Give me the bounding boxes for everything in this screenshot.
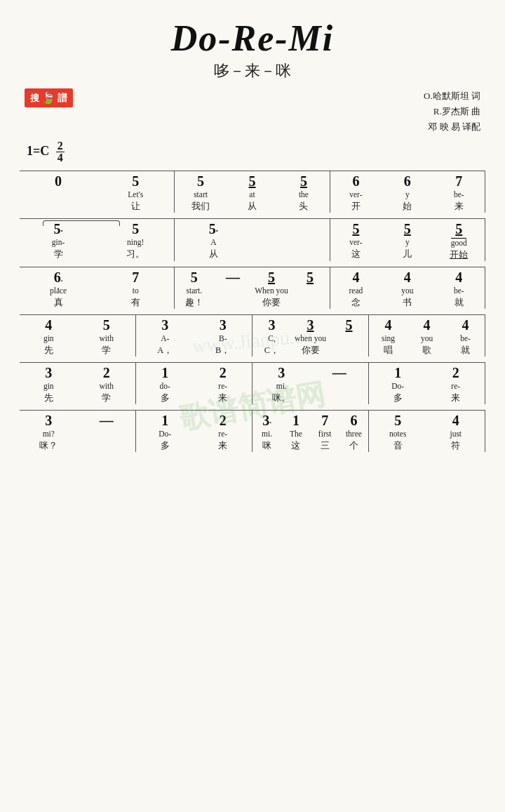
row-5: 3 gin 先 2 with 学 1 do- 多 [20,362,485,404]
measure-6-3: 3· mi. 咪 1 The 这 7 first 三 [252,411,369,452]
author-line1: O.哈默斯坦 词 [424,88,480,104]
page: Do-Re-Mi 哆－来－咪 搜 🍃 譜 O.哈默斯坦 词 R.罗杰斯 曲 邓 … [0,0,505,812]
header-row: 搜 🍃 譜 O.哈默斯坦 词 R.罗杰斯 曲 邓 映 易 译配 [25,88,480,135]
row-5-notes: 3 gin 先 2 with 学 1 do- 多 [20,362,485,404]
key-signature: 1=C 2 4 [27,140,491,164]
measure-5-2: 1 do- 多 2 re- 来 [136,363,252,404]
note-5i: 5 start. 趣！ [175,267,213,309]
measure-1-2: 5 start 我们 5 at 从 5 the 头 [175,171,330,213]
score-wrapper: 0 5 Let's 让 5 start 我们 [14,167,491,461]
note-3d: 3 gin 先 [20,363,78,404]
measure-2-3: 5 ver- 这 5 y 儿 5 good 开始 [330,219,485,261]
note-2b: 2 re- 来 [194,363,252,404]
measure-3-3: 4 read 念 4 you 书 4 be- 就 [330,267,485,309]
note-5g: 5 y 儿 [382,219,433,261]
note-7b: 7 to 有 [97,267,174,309]
note-0: 0 [20,171,97,213]
note-4g: 4 be- 就 [446,315,485,357]
author-info: O.哈默斯坦 词 R.罗杰斯 曲 邓 映 易 译配 [424,88,480,135]
note-3a: 3 A- A， [136,315,194,357]
note-5-when: 5 When you 你要 [252,267,290,309]
row-6-notes: 3 mi? 咪？ — 1 Do- 多 [20,410,485,452]
note-5a: 5 Let's 让 [97,171,174,213]
row-4: 4 gin 先 5 with 学 3 A- A， [20,314,485,357]
row-1: 0 5 Let's 让 5 start 我们 [20,171,485,213]
note-3c: 3 C, C， [252,315,291,357]
note-4a: 4 read 念 [330,267,382,309]
note-5j: 5 with 学 [78,315,136,357]
note-2d: 2 re- 来 [194,411,252,452]
measure-2-2: 5· A 从 [175,219,330,261]
note-4d: 4 gin 先 [20,315,78,357]
note-6dot-low: 6·. place 真 [20,267,97,309]
row-2-notes: 5· gin- 学 5 ning! 习。 5· A 从 [20,218,485,261]
row-6: 3 mi? 咪？ — 1 Do- 多 [20,410,485,452]
note-empty [252,219,330,261]
author-line2: R.罗杰斯 曲 [424,104,480,119]
title-section: Do-Re-Mi 哆－来－咪 [14,7,491,81]
note-6b: 6 y 始 [382,171,433,213]
time-top: 2 [56,140,65,152]
note-5dot2: 5· A 从 [175,219,252,261]
note-1c: 1 Do- 多 [136,411,194,452]
title-main: Do-Re-Mi [14,18,491,59]
measure-6-4: 5 notes 音 4 just 符 [369,411,485,452]
note-5k: 5 notes 音 [369,411,427,452]
measure-4-4: 4 sing 唱 4 you 歌 4 be- 就 [369,315,485,357]
note-3dot: 3· mi. 咪 [252,411,281,452]
row-2: 5· gin- 学 5 ning! 习。 5· A 从 [20,218,485,261]
note-2c: 2 re- 来 [427,363,485,404]
note-5h: 5 good 开始 [433,219,485,261]
note-4c: 4 be- 就 [433,267,485,309]
note-6c: 6 three 个 [339,411,368,452]
measure-6-2: 1 Do- 多 2 re- 来 [136,411,252,452]
measure-1-1: 0 5 Let's 让 [20,171,175,213]
note-3e: 3 mi. 咪。 [252,363,311,404]
logo-label: 譜 [58,92,67,105]
logo-leaf-icon: 🍃 [41,91,55,105]
measure-3-2: 5 start. 趣！ — 5 When you 你要 [175,267,330,309]
note-7c: 7 first 三 [311,411,339,452]
note-7a: 7 be- 来 [433,171,485,213]
measure-5-3: 3 mi. 咪。 — [252,363,369,404]
time-signature: 2 4 [56,140,65,164]
measure-4-3: 3 C, C， 3 when you 你要 5 [252,315,369,357]
note-5-when3: 5 [330,315,368,357]
row-3: 6·. place 真 7 to 有 5 start. 趣！ [20,267,485,309]
measure-4-2: 3 A- A， 3 B- B， [136,315,252,357]
search-icon: 搜 [30,92,39,105]
key-label: 1=C [27,144,49,158]
row-1-notes: 0 5 Let's 让 5 start 我们 [20,171,485,213]
note-4b: 4 you 书 [382,267,433,309]
note-4f: 4 you 歌 [408,315,446,357]
note-dash3: — [78,411,136,452]
note-1b: 1 Do- 多 [369,363,427,404]
measure-2-1: 5· gin- 学 5 ning! 习。 [20,219,175,261]
note-3-when: 3 when you 你要 [291,315,330,357]
note-4h: 4 just 符 [427,411,485,452]
note-3f: 3 mi? 咪？ [20,411,78,452]
measure-6-1: 3 mi? 咪？ — [20,411,136,452]
note-4e: 4 sing 唱 [369,315,408,357]
note-5f: 5 ver- 这 [330,219,382,261]
note-3b: 3 B- B， [194,315,252,357]
author-line3: 邓 映 易 译配 [424,119,480,135]
measure-5-1: 3 gin 先 2 with 学 [20,363,136,404]
measure-5-4: 1 Do- 多 2 re- 来 [369,363,485,404]
note-2a: 2 with 学 [78,363,136,404]
note-5b: 5 start 我们 [175,171,226,213]
logo-box: 搜 🍃 譜 [25,88,73,107]
measure-4-1: 4 gin 先 5 with 学 [20,315,136,357]
note-dash2: — [311,363,369,404]
measure-1-3: 6 ver- 开 6 y 始 7 be- 来 [330,171,485,213]
row-4-notes: 4 gin 先 5 with 学 3 A- A， [20,314,485,357]
row-3-notes: 6·. place 真 7 to 有 5 start. 趣！ [20,267,485,309]
note-6a: 6 ver- 开 [330,171,382,213]
measure-3-1: 6·. place 真 7 to 有 [20,267,175,309]
note-dash1: — [213,267,252,309]
note-1d: 1 The 这 [281,411,310,452]
note-5d: 5 the 头 [278,171,329,213]
title-chinese: 哆－来－咪 [14,60,491,81]
time-bottom: 4 [56,152,65,164]
note-1a: 1 do- 多 [136,363,194,404]
